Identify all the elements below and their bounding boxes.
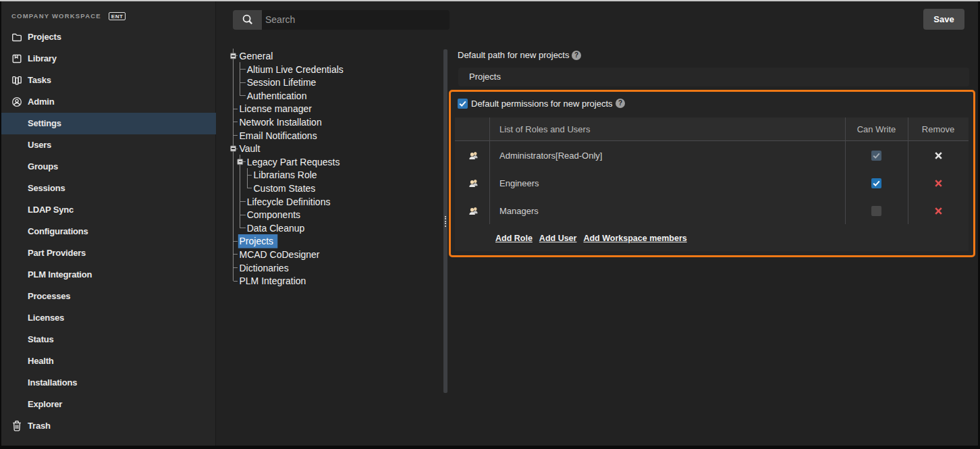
svg-text:MCAD CoDesigner: MCAD CoDesigner xyxy=(240,249,320,260)
svg-text:License manager: License manager xyxy=(240,103,312,114)
svg-text:Authentication: Authentication xyxy=(247,90,307,101)
svg-text:PLM Integration: PLM Integration xyxy=(240,275,306,286)
svg-text:Projects: Projects xyxy=(240,236,274,246)
svg-text:Vault: Vault xyxy=(240,143,261,154)
svg-text:Custom States: Custom States xyxy=(254,183,316,194)
svg-text:Lifecycle Definitions: Lifecycle Definitions xyxy=(247,196,331,207)
svg-text:Network Installation: Network Installation xyxy=(240,117,322,128)
svg-text:Email Notifications: Email Notifications xyxy=(240,130,317,141)
svg-text:Legacy Part Requests: Legacy Part Requests xyxy=(247,157,340,167)
svg-text:Altium Live Credentials: Altium Live Credentials xyxy=(247,64,344,75)
svg-text:Data Cleanup: Data Cleanup xyxy=(247,223,305,234)
svg-text:Dictionaries: Dictionaries xyxy=(240,263,289,273)
svg-text:Components: Components xyxy=(247,209,300,220)
svg-text:General: General xyxy=(240,51,273,61)
svg-text:Librarians Role: Librarians Role xyxy=(254,169,317,180)
svg-text:Session Lifetime: Session Lifetime xyxy=(247,77,317,88)
